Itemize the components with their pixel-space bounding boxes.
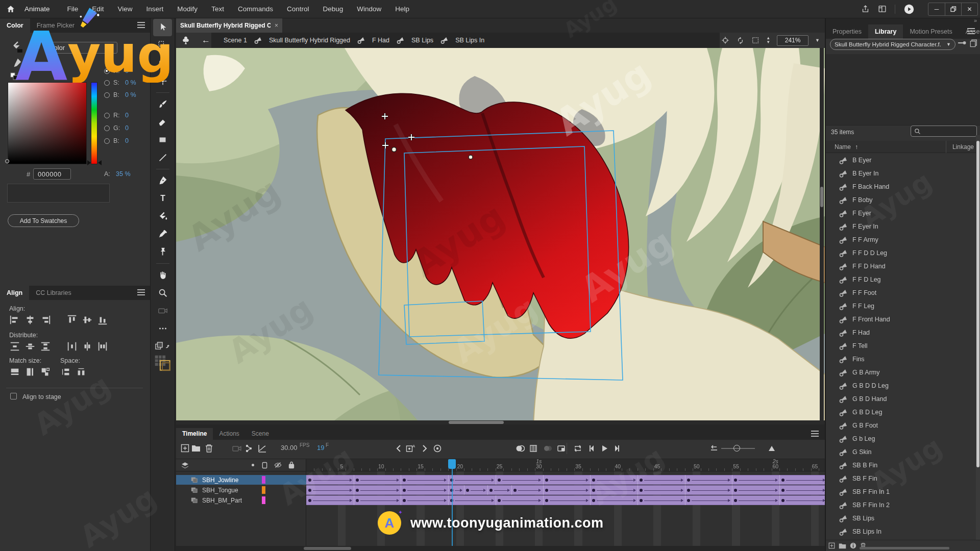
step-forward-icon[interactable] — [612, 444, 621, 453]
breadcrumb-item[interactable]: SB Lips In — [455, 37, 484, 44]
timeline-layer-row[interactable]: SBH_Jowline — [176, 475, 306, 485]
workspace-layout-icon[interactable] — [878, 5, 887, 13]
library-item[interactable]: B Eyer — [826, 154, 977, 167]
menu-item-insert[interactable]: Insert — [146, 5, 164, 13]
next-keyframe-icon[interactable] — [420, 444, 429, 453]
lasso-tool[interactable] — [153, 55, 172, 72]
layer-color-chip[interactable] — [262, 486, 265, 494]
resize-frames-icon[interactable] — [767, 444, 776, 453]
distribute-left-icon[interactable] — [66, 341, 78, 352]
menu-item-text[interactable]: Text — [211, 5, 224, 13]
library-item[interactable]: SB F Fin — [826, 472, 977, 485]
breadcrumb-item[interactable]: Scene 1 — [224, 37, 247, 44]
hand-tool[interactable] — [153, 266, 172, 284]
create-frame-span-icon[interactable] — [557, 444, 566, 453]
match-both-icon[interactable] — [40, 366, 51, 378]
layer-color-chip[interactable] — [262, 496, 265, 504]
snap-objects-icon[interactable] — [155, 341, 170, 350]
edit-scene-icon[interactable] — [181, 36, 190, 45]
new-symbol-icon[interactable] — [828, 542, 835, 549]
new-library-panel-icon[interactable] — [970, 39, 977, 47]
current-frame-value[interactable]: 19 — [317, 444, 324, 452]
timeline-layer-row[interactable]: SBH_BM_Part — [176, 495, 306, 505]
library-item[interactable]: SB Lips — [826, 512, 977, 525]
timeline-zoom-knob[interactable] — [733, 445, 740, 452]
close-button[interactable]: ✕ — [961, 3, 977, 15]
panel-overflow-icon[interactable]: » — [974, 17, 977, 23]
frame-ruler[interactable]: 51015202530354045505560651s2s — [306, 459, 825, 471]
color-row-value[interactable]: 0 — [125, 124, 129, 132]
playhead-marker[interactable] — [448, 459, 456, 469]
play-button-icon[interactable] — [600, 444, 609, 453]
align-left-icon[interactable] — [9, 314, 20, 325]
tab-properties[interactable]: Properties — [826, 24, 868, 39]
tab-assets[interactable]: Assets — [959, 24, 980, 39]
insert-keyframe-icon[interactable]: A — [406, 444, 415, 453]
distribute-top-icon[interactable] — [9, 341, 20, 352]
library-item[interactable]: F F Leg — [826, 299, 977, 313]
library-item[interactable]: SB Lips In — [826, 525, 977, 538]
timeline-scrollbar[interactable] — [176, 546, 825, 551]
fluid-brush-tool[interactable] — [153, 95, 172, 113]
onion-skin-outlines-icon[interactable] — [529, 444, 538, 453]
delete-layer-icon[interactable] — [205, 444, 214, 453]
puppet-pin-tool[interactable] — [153, 243, 172, 261]
color-radio[interactable] — [104, 138, 110, 144]
hue-handle-right[interactable] — [98, 160, 102, 165]
picker-indicator[interactable] — [5, 159, 9, 163]
reset-timeline-zoom-icon[interactable] — [709, 444, 719, 453]
color-type-select[interactable]: color ▼ — [46, 42, 117, 54]
layer-color-chip[interactable] — [262, 476, 265, 484]
color-row-value[interactable]: 0 % — [125, 91, 136, 98]
layer-parenting-icon[interactable] — [244, 444, 254, 453]
saturation-brightness-picker[interactable] — [8, 82, 87, 164]
alpha-value[interactable]: 35 % — [116, 170, 131, 178]
free-transform-tool[interactable] — [153, 37, 172, 54]
align-top-icon[interactable] — [66, 314, 78, 325]
tab-align[interactable]: Align — [0, 286, 29, 300]
library-item[interactable]: F Had — [826, 326, 977, 339]
library-document-select[interactable]: Skull Butterfly Hybrid Rigged Character.… — [830, 39, 955, 50]
outline-column-icon[interactable] — [262, 462, 267, 469]
tab-color[interactable]: Color — [0, 18, 30, 33]
library-item[interactable]: F Eyer — [826, 207, 977, 220]
menu-item-modify[interactable]: Modify — [177, 5, 198, 13]
test-movie-play-icon[interactable] — [903, 4, 915, 15]
library-item[interactable]: G B Army — [826, 366, 977, 379]
color-radio[interactable] — [104, 126, 110, 131]
library-item[interactable]: G B D D Leg — [826, 379, 977, 392]
library-item[interactable]: G B D Leg — [826, 406, 977, 419]
rotation-tool-icon[interactable] — [736, 36, 745, 45]
library-item[interactable]: G b Leg — [826, 432, 977, 445]
layer-frames-row[interactable] — [306, 475, 825, 485]
align-v-center-icon[interactable] — [82, 314, 93, 325]
menu-item-window[interactable]: Window — [357, 5, 381, 13]
column-name[interactable]: Name — [835, 143, 851, 151]
tab-timeline[interactable]: Timeline — [176, 428, 213, 440]
library-panel-menu-icon[interactable] — [967, 31, 975, 32]
color-radio[interactable] — [104, 92, 110, 98]
pen-tool[interactable] — [153, 172, 172, 189]
center-stage-icon[interactable] — [721, 36, 729, 44]
new-folder-icon[interactable] — [191, 444, 201, 453]
library-item[interactable]: SB B Fin — [826, 459, 977, 472]
library-item[interactable]: F Back Hand — [826, 180, 977, 193]
library-item[interactable]: G B D Hand — [826, 392, 977, 406]
center-frame-icon[interactable] — [433, 444, 442, 453]
library-item[interactable]: F Boby — [826, 193, 977, 207]
pin-library-icon[interactable] — [958, 40, 967, 46]
eraser-tool[interactable] — [153, 113, 172, 131]
library-search-input[interactable] — [911, 126, 977, 137]
visibility-column-icon[interactable] — [274, 462, 282, 468]
document-tab[interactable]: Skull Butterfly Hybrid Rigged Character.… — [176, 18, 282, 33]
align-right-icon[interactable] — [40, 314, 51, 325]
highlight-dot-icon[interactable] — [252, 464, 254, 466]
library-item[interactable]: F F D Hand — [826, 260, 977, 273]
align-panel-menu-icon[interactable] — [137, 292, 145, 293]
color-row-value[interactable]: 0 % — [125, 79, 136, 86]
color-row-value[interactable]: 0 ° — [125, 67, 133, 74]
timeline-menu-icon[interactable] — [811, 433, 819, 434]
library-item[interactable]: F Eyer In — [826, 220, 977, 233]
distribute-v-center-icon[interactable] — [24, 341, 36, 352]
breadcrumb-item[interactable]: SB Lips — [411, 37, 433, 44]
